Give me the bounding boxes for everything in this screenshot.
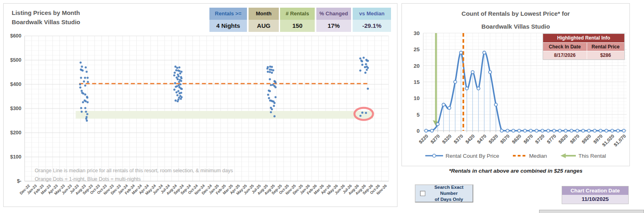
month-header: Month bbox=[249, 8, 279, 20]
rentals-min-header: Rentals >= bbox=[209, 8, 247, 20]
info-table-price-value: $286 bbox=[587, 51, 624, 59]
legend-this-rental-label: This Rental bbox=[578, 153, 606, 159]
legend-item-series: Rental Count By Price bbox=[425, 153, 499, 159]
svg-text:$720: $720 bbox=[534, 133, 546, 145]
summary-box-rentals-min: Rentals >= 4 Nights bbox=[209, 8, 247, 32]
search-exact-days-group: Search Exact Number of Days Only bbox=[415, 184, 473, 203]
exact-days-label-line1: Search Exact Number bbox=[434, 185, 463, 196]
left-chart-title-line1: Listing Prices by Month bbox=[12, 8, 80, 17]
pct-changed-header: % Changed bbox=[316, 8, 351, 20]
svg-text:15: 15 bbox=[414, 79, 420, 85]
dashed-line-icon bbox=[513, 154, 527, 157]
annotation-median-line: Orange Line is median price for all rent… bbox=[35, 167, 233, 175]
highlighted-rental-info-table: Highlighted Rental Info Check In Date Re… bbox=[543, 33, 625, 60]
month-value[interactable]: AUG bbox=[249, 20, 279, 32]
info-table-col-checkin: Check In Date bbox=[543, 42, 587, 51]
svg-text:$270: $270 bbox=[429, 133, 441, 145]
legend-item-this-rental: This Rental bbox=[560, 152, 606, 159]
svg-text:10: 10 bbox=[414, 95, 420, 101]
svg-text:0: 0 bbox=[416, 128, 420, 134]
svg-text:$420: $420 bbox=[464, 133, 476, 145]
pct-changed-value: 17% bbox=[316, 20, 351, 32]
vs-median-value: -29.1% bbox=[353, 20, 391, 32]
chart-creation-date-label: Chart Creation Date bbox=[562, 186, 628, 195]
svg-text:20: 20 bbox=[414, 63, 420, 69]
svg-text:$400: $400 bbox=[10, 81, 21, 87]
summary-box-vs-median: vs Median -29.1% bbox=[353, 8, 391, 32]
right-chart-title-line2: Boardwalk Villas Studio bbox=[402, 22, 629, 31]
summary-box-pct-changed: % Changed 17% bbox=[316, 8, 351, 32]
info-table-col-price: Rental Price bbox=[587, 42, 624, 51]
svg-text:$200: $200 bbox=[10, 130, 21, 136]
svg-text:$470: $470 bbox=[476, 133, 487, 145]
svg-text:$220: $220 bbox=[418, 133, 429, 145]
svg-text:$870: $870 bbox=[569, 133, 581, 145]
svg-text:$320: $320 bbox=[441, 133, 453, 145]
info-table-title: Highlighted Rental Info bbox=[543, 34, 624, 42]
exact-days-label: Search Exact Number of Days Only bbox=[425, 184, 473, 203]
svg-text:$-: $- bbox=[17, 178, 21, 184]
vs-median-header: vs Median bbox=[353, 8, 391, 20]
listing-prices-panel: $-$100$200$300$400$500$600Dec-22Jan-23Fe… bbox=[3, 3, 397, 207]
svg-text:$770: $770 bbox=[546, 133, 557, 145]
right-chart-title: Count of Rentals by Lowest Price* for Bo… bbox=[402, 9, 629, 31]
exact-days-label-line2: of Days Only bbox=[435, 197, 463, 202]
green-arrow-icon bbox=[560, 152, 576, 159]
svg-text:5: 5 bbox=[416, 112, 420, 118]
svg-text:$820: $820 bbox=[557, 133, 569, 145]
chart-creation-date-value: 11/10/2025 bbox=[562, 195, 628, 204]
svg-text:$520: $520 bbox=[487, 133, 499, 145]
svg-text:30: 30 bbox=[414, 30, 420, 36]
right-chart-title-line1: Count of Rentals by Lowest Price* for bbox=[402, 9, 629, 18]
summary-box-num-rentals: # Rentals 150 bbox=[280, 8, 315, 32]
svg-text:$670: $670 bbox=[523, 133, 534, 145]
left-chart-title: Listing Prices by Month Boardwalk Villas… bbox=[12, 8, 80, 27]
annotation-dots: Orange Dots = 1-night, Blue Dots = multi… bbox=[35, 175, 233, 184]
info-table-checkin-value: 8/17/2026 bbox=[543, 51, 587, 59]
svg-text:$920: $920 bbox=[581, 133, 592, 145]
svg-text:$500: $500 bbox=[10, 57, 21, 63]
chart-creation-date-box: Chart Creation Date 11/10/2025 bbox=[562, 186, 629, 204]
num-rentals-value: 150 bbox=[280, 20, 315, 32]
chart-legend: Rental Count By Price Median This Rental bbox=[402, 152, 629, 159]
svg-text:$300: $300 bbox=[10, 106, 21, 111]
summary-box-month: Month AUG bbox=[249, 8, 279, 32]
legend-median-label: Median bbox=[529, 153, 547, 159]
svg-text:$600: $600 bbox=[10, 33, 21, 39]
legend-series-label: Rental Count By Price bbox=[445, 153, 499, 159]
cropped-table-edge bbox=[539, 210, 644, 213]
left-chart-title-line2: Boardwalk Villas Studio bbox=[12, 17, 80, 27]
svg-text:$1,070: $1,070 bbox=[613, 133, 627, 148]
svg-text:$620: $620 bbox=[511, 133, 523, 145]
exact-days-checkbox[interactable] bbox=[420, 191, 425, 196]
num-rentals-header: # Rentals bbox=[280, 8, 315, 20]
dashboard: $-$100$200$300$400$500$600Dec-22Jan-23Fe… bbox=[0, 0, 644, 213]
legend-item-median: Median bbox=[513, 153, 547, 159]
svg-text:$1,020: $1,020 bbox=[601, 133, 615, 148]
svg-text:$370: $370 bbox=[453, 133, 464, 145]
svg-text:$100: $100 bbox=[10, 154, 21, 160]
svg-text:25: 25 bbox=[414, 46, 420, 52]
count-by-price-panel: 051015202530$220$270$320$370$420$470$520… bbox=[401, 3, 630, 166]
price-ranges-note: *Rentals in chart above are combined in … bbox=[401, 168, 630, 174]
svg-text:$570: $570 bbox=[499, 133, 511, 145]
line-marker-icon bbox=[425, 153, 443, 158]
chart-annotation: Orange Line is median price for all rent… bbox=[35, 167, 233, 184]
rentals-min-value[interactable]: 4 Nights bbox=[209, 20, 247, 32]
